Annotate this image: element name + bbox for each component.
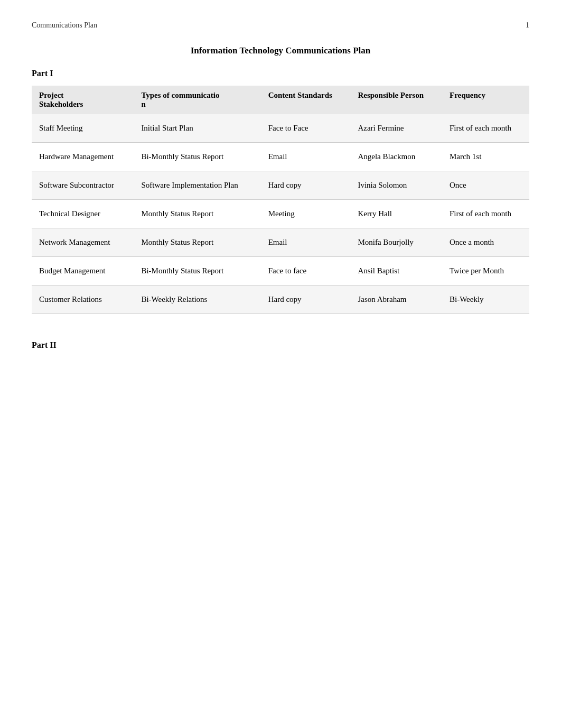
cell-stakeholder: Staff Meeting bbox=[32, 114, 134, 143]
cell-content_standards: Hard copy bbox=[261, 171, 351, 200]
page-number: 1 bbox=[526, 21, 529, 30]
col-header-stakeholders: Project Stakeholders bbox=[32, 86, 134, 114]
table-row: Technical DesignerMonthly Status ReportM… bbox=[32, 200, 529, 228]
header-title: Communications Plan bbox=[32, 21, 97, 30]
table-row: Budget ManagementBi-Monthly Status Repor… bbox=[32, 257, 529, 285]
cell-communication_type: Bi-Monthly Status Report bbox=[134, 143, 260, 171]
table-header-row: Project Stakeholders Types of communicat… bbox=[32, 86, 529, 114]
cell-stakeholder: Network Management bbox=[32, 228, 134, 257]
cell-frequency: First of each month bbox=[442, 114, 529, 143]
cell-responsible_person: Ivinia Solomon bbox=[350, 171, 442, 200]
document-title: Information Technology Communications Pl… bbox=[32, 45, 529, 56]
col-header-project: Project bbox=[39, 91, 63, 99]
cell-communication_type: Monthly Status Report bbox=[134, 228, 260, 257]
cell-frequency: Twice per Month bbox=[442, 257, 529, 285]
cell-frequency: Once bbox=[442, 171, 529, 200]
col-header-frequency: Frequency bbox=[442, 86, 529, 114]
cell-communication_type: Monthly Status Report bbox=[134, 200, 260, 228]
table-row: Software SubcontractorSoftware Implement… bbox=[32, 171, 529, 200]
cell-frequency: Once a month bbox=[442, 228, 529, 257]
cell-stakeholder: Hardware Management bbox=[32, 143, 134, 171]
cell-responsible_person: Angela Blackmon bbox=[350, 143, 442, 171]
cell-responsible_person: Ansil Baptist bbox=[350, 257, 442, 285]
part-i-label: Part I bbox=[32, 69, 529, 78]
cell-responsible_person: Monifa Bourjolly bbox=[350, 228, 442, 257]
cell-stakeholder: Software Subcontractor bbox=[32, 171, 134, 200]
cell-stakeholder: Technical Designer bbox=[32, 200, 134, 228]
cell-content_standards: Email bbox=[261, 143, 351, 171]
cell-responsible_person: Azari Fermine bbox=[350, 114, 442, 143]
page-header: Communications Plan 1 bbox=[32, 21, 529, 30]
cell-frequency: Bi-Weekly bbox=[442, 285, 529, 314]
part-ii-label: Part II bbox=[32, 340, 529, 350]
cell-content_standards: Face to Face bbox=[261, 114, 351, 143]
table-row: Hardware ManagementBi-Monthly Status Rep… bbox=[32, 143, 529, 171]
table-row: Customer RelationsBi-Weekly RelationsHar… bbox=[32, 285, 529, 314]
cell-communication_type: Initial Start Plan bbox=[134, 114, 260, 143]
col-header-responsible-person: Responsible Person bbox=[350, 86, 442, 114]
cell-content_standards: Meeting bbox=[261, 200, 351, 228]
communications-table: Project Stakeholders Types of communicat… bbox=[32, 86, 529, 314]
cell-content_standards: Hard copy bbox=[261, 285, 351, 314]
col-header-content-standards: Content Standards bbox=[261, 86, 351, 114]
table-row: Staff MeetingInitial Start PlanFace to F… bbox=[32, 114, 529, 143]
cell-frequency: March 1st bbox=[442, 143, 529, 171]
cell-frequency: First of each month bbox=[442, 200, 529, 228]
cell-stakeholder: Customer Relations bbox=[32, 285, 134, 314]
cell-responsible_person: Jason Abraham bbox=[350, 285, 442, 314]
cell-content_standards: Face to face bbox=[261, 257, 351, 285]
col-header-stakeholders-sub: Stakeholders bbox=[39, 100, 83, 108]
table-body: Staff MeetingInitial Start PlanFace to F… bbox=[32, 114, 529, 314]
col-header-communication-type: Types of communicatio n bbox=[134, 86, 260, 114]
cell-content_standards: Email bbox=[261, 228, 351, 257]
cell-stakeholder: Budget Management bbox=[32, 257, 134, 285]
cell-communication_type: Bi-Monthly Status Report bbox=[134, 257, 260, 285]
cell-communication_type: Bi-Weekly Relations bbox=[134, 285, 260, 314]
cell-responsible_person: Kerry Hall bbox=[350, 200, 442, 228]
cell-communication_type: Software Implementation Plan bbox=[134, 171, 260, 200]
table-row: Network ManagementMonthly Status ReportE… bbox=[32, 228, 529, 257]
